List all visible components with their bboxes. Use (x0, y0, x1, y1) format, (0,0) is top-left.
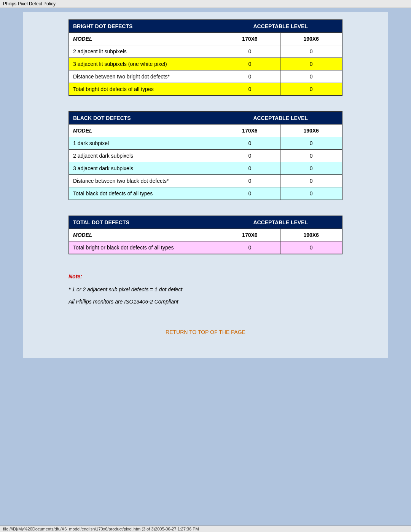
content-area: BRIGHT DOT DEFECTS ACCEPTABLE LEVEL MODE… (23, 12, 388, 358)
bright-dot-row3-val1: 0 (219, 70, 280, 83)
total-dot-model-row: MODEL 170X6 190X6 (69, 229, 342, 241)
total-dot-row1-val2: 0 (280, 241, 342, 254)
bright-dot-row-1: 2 adjacent lit subpixels 0 0 (69, 45, 342, 58)
total-dot-section: TOTAL DOT DEFECTS ACCEPTABLE LEVEL MODEL… (34, 216, 377, 254)
black-dot-row4-label: Distance between two black dot defects* (69, 175, 219, 187)
total-dot-row-1: Total bright or black dot defects of all… (69, 241, 342, 254)
bright-dot-row1-val2: 0 (280, 45, 342, 58)
black-dot-model-label: MODEL (69, 125, 219, 137)
page-wrapper: BRIGHT DOT DEFECTS ACCEPTABLE LEVEL MODE… (0, 8, 411, 526)
total-dot-col-190: 190X6 (280, 229, 342, 241)
black-dot-header-row: BLACK DOT DEFECTS ACCEPTABLE LEVEL (69, 112, 342, 125)
note-section: Note: * 1 or 2 adjacent sub pixel defect… (68, 270, 342, 314)
bright-dot-col-170: 170X6 (219, 33, 280, 45)
total-dot-col1-header: TOTAL DOT DEFECTS (69, 216, 219, 229)
black-dot-row-3: 3 adjacent dark subpixels 0 0 (69, 162, 342, 175)
bright-dot-col1-header: BRIGHT DOT DEFECTS (69, 20, 219, 33)
black-dot-row2-label: 2 adjacent dark subpixels (69, 150, 219, 162)
black-dot-row5-label: Total black dot defects of all types (69, 187, 219, 200)
black-dot-row4-val1: 0 (219, 175, 280, 187)
bright-dot-row1-label: 2 adjacent lit subpixels (69, 45, 219, 58)
black-dot-row5-val1: 0 (219, 187, 280, 200)
bright-dot-model-row: MODEL 170X6 190X6 (69, 33, 342, 45)
total-dot-row1-label: Total bright or black dot defects of all… (69, 241, 219, 254)
bright-dot-row4-val1: 0 (219, 83, 280, 96)
note-line-2: All Philips monitors are ISO13406-2 Comp… (68, 297, 342, 306)
bright-dot-row4-val2: 0 (280, 83, 342, 96)
black-dot-row3-label: 3 adjacent dark subpixels (69, 162, 219, 175)
status-bar: file:///D|/My%20Documents/dfu/X6_model/e… (0, 526, 411, 526)
title-text: Philips Pixel Defect Policy (3, 1, 56, 6)
black-dot-row3-val1: 0 (219, 162, 280, 175)
note-label: Note: (68, 273, 342, 280)
bright-dot-row1-val1: 0 (219, 45, 280, 58)
bright-dot-row2-val2: 0 (280, 58, 342, 70)
black-dot-row3-val2: 0 (280, 162, 342, 175)
black-dot-col1-header: BLACK DOT DEFECTS (69, 112, 219, 125)
bright-dot-model-label: MODEL (69, 33, 219, 45)
bright-dot-section: BRIGHT DOT DEFECTS ACCEPTABLE LEVEL MODE… (34, 19, 377, 96)
black-dot-row1-val1: 0 (219, 137, 280, 150)
black-dot-row-1: 1 dark subpixel 0 0 (69, 137, 342, 150)
black-dot-model-row: MODEL 170X6 190X6 (69, 125, 342, 137)
return-link-container: RETURN TO TOP OF THE PAGE (34, 329, 377, 335)
bright-dot-row3-label: Distance between two bright dot defects* (69, 70, 219, 83)
black-dot-col-170: 170X6 (219, 125, 280, 137)
black-dot-row-4: Distance between two black dot defects* … (69, 175, 342, 187)
bright-dot-row-4: Total bright dot defects of all types 0 … (69, 83, 342, 96)
note-line-1: * 1 or 2 adjacent sub pixel defects = 1 … (68, 285, 342, 294)
return-to-top-link[interactable]: RETURN TO TOP OF THE PAGE (166, 329, 245, 335)
black-dot-row2-val1: 0 (219, 150, 280, 162)
bright-dot-row-3: Distance between two bright dot defects*… (69, 70, 342, 83)
black-dot-col-190: 190X6 (280, 125, 342, 137)
black-dot-row4-val2: 0 (280, 175, 342, 187)
black-dot-table: BLACK DOT DEFECTS ACCEPTABLE LEVEL MODEL… (68, 111, 342, 200)
bright-dot-row2-label: 3 adjacent lit subpixels (one white pixe… (69, 58, 219, 70)
bright-dot-row4-label: Total bright dot defects of all types (69, 83, 219, 96)
bright-dot-row2-val1: 0 (219, 58, 280, 70)
total-dot-header-row: TOTAL DOT DEFECTS ACCEPTABLE LEVEL (69, 216, 342, 229)
black-dot-col2-header: ACCEPTABLE LEVEL (219, 112, 342, 125)
total-dot-col2-header: ACCEPTABLE LEVEL (219, 216, 342, 229)
black-dot-row5-val2: 0 (280, 187, 342, 200)
total-dot-col-170: 170X6 (219, 229, 280, 241)
total-dot-table: TOTAL DOT DEFECTS ACCEPTABLE LEVEL MODEL… (68, 216, 342, 254)
total-dot-model-label: MODEL (69, 229, 219, 241)
black-dot-row-5: Total black dot defects of all types 0 0 (69, 187, 342, 200)
black-dot-row1-val2: 0 (280, 137, 342, 150)
bright-dot-header-row: BRIGHT DOT DEFECTS ACCEPTABLE LEVEL (69, 20, 342, 33)
bright-dot-col2-header: ACCEPTABLE LEVEL (219, 20, 342, 33)
bright-dot-col-190: 190X6 (280, 33, 342, 45)
title-bar: Philips Pixel Defect Policy (0, 0, 411, 8)
bright-dot-table: BRIGHT DOT DEFECTS ACCEPTABLE LEVEL MODE… (68, 19, 342, 96)
bright-dot-row-2: 3 adjacent lit subpixels (one white pixe… (69, 58, 342, 70)
total-dot-row1-val1: 0 (219, 241, 280, 254)
black-dot-row1-label: 1 dark subpixel (69, 137, 219, 150)
black-dot-row-2: 2 adjacent dark subpixels 0 0 (69, 150, 342, 162)
black-dot-section: BLACK DOT DEFECTS ACCEPTABLE LEVEL MODEL… (34, 111, 377, 200)
bright-dot-row3-val2: 0 (280, 70, 342, 83)
black-dot-row2-val2: 0 (280, 150, 342, 162)
